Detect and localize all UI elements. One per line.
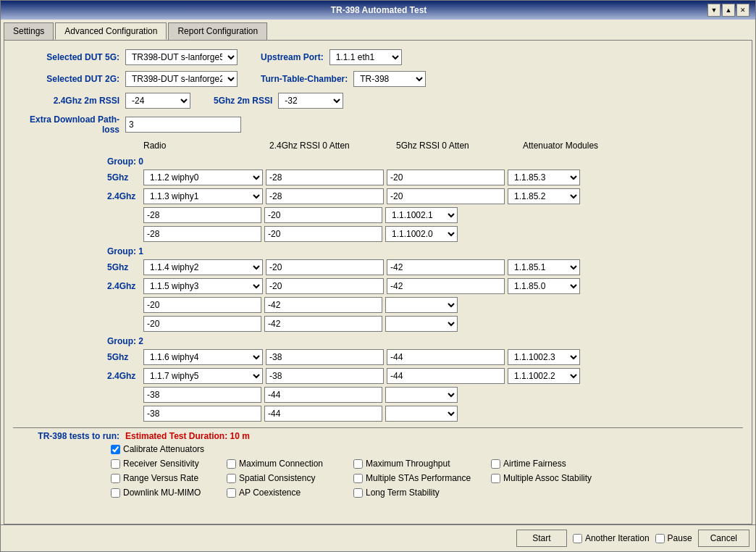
range-versus-rate-checkbox[interactable] bbox=[111, 474, 120, 483]
long-term-stability-checkbox[interactable] bbox=[353, 488, 363, 498]
multiple-stas-label[interactable]: Multiple STAs Performance bbox=[366, 473, 471, 483]
airtime-fairness-checkbox[interactable] bbox=[491, 459, 500, 469]
rssi5-input-2-1[interactable] bbox=[387, 368, 505, 384]
close-button[interactable]: ✕ bbox=[736, 4, 749, 17]
header-atten-modules: Attenuator Modules bbox=[523, 141, 610, 151]
rssi24-input-2-0[interactable] bbox=[266, 349, 384, 365]
rssi24-input-2-2[interactable] bbox=[143, 387, 261, 403]
pause-label[interactable]: Pause bbox=[668, 533, 692, 543]
range-versus-rate-label[interactable]: Range Versus Rate bbox=[123, 473, 198, 483]
rssi5-input-2-3[interactable] bbox=[264, 406, 382, 422]
rssi24-input-2-1[interactable] bbox=[266, 368, 384, 384]
rssi24-input-0-0[interactable] bbox=[266, 170, 384, 185]
radio-select-0-0[interactable]: 1.1.2 wiphy0 bbox=[143, 170, 263, 185]
multiple-stas-checkbox[interactable] bbox=[353, 474, 363, 483]
ap-coexistence-label[interactable]: AP Coexistence bbox=[239, 488, 301, 498]
atten-module-select-0-3[interactable]: 1.1.1002.0 bbox=[385, 226, 458, 242]
cb-multiple-assoc: Multiple Assoc Stability bbox=[491, 473, 629, 483]
another-iteration-checkbox[interactable] bbox=[573, 534, 582, 543]
atten-module-select-2-1[interactable]: 1.1.1002.2 bbox=[508, 368, 580, 384]
rssi24-input-1-1[interactable] bbox=[266, 278, 384, 294]
spatial-consistency-label[interactable]: Spatial Consistency bbox=[239, 473, 315, 483]
atten-module-select-0-2[interactable]: 1.1.1002.1 bbox=[385, 207, 458, 223]
maximum-throughput-checkbox[interactable] bbox=[353, 459, 363, 469]
calibrate-checkbox[interactable] bbox=[111, 445, 120, 454]
rssi5-input-1-3[interactable] bbox=[264, 316, 382, 332]
rssi5-input-1-2[interactable] bbox=[264, 297, 382, 313]
test-run-row: TR-398 tests to run: Estimated Test Dura… bbox=[13, 431, 743, 441]
tab-settings[interactable]: Settings bbox=[4, 22, 54, 40]
maximum-connection-checkbox[interactable] bbox=[227, 459, 236, 469]
maximum-connection-label[interactable]: Maximum Connection bbox=[239, 459, 323, 469]
receiver-sensitivity-checkbox[interactable] bbox=[111, 459, 120, 469]
rssi-2g-select[interactable]: -24 -28 -32 bbox=[125, 93, 190, 109]
minimize-button[interactable]: ▼ bbox=[707, 4, 721, 17]
upstream-port-label: Upstream Port: bbox=[261, 52, 324, 62]
restore-button[interactable]: ▲ bbox=[722, 4, 735, 17]
radio-select-1-0[interactable]: 1.1.4 wiphy2 bbox=[143, 259, 263, 275]
window-controls: ▼ ▲ ✕ bbox=[707, 4, 749, 17]
tab-report-config[interactable]: Report Configuration bbox=[168, 22, 267, 40]
radio-select-2-0[interactable]: 1.1.6 wiphy4 bbox=[143, 349, 263, 365]
group1-row4 bbox=[143, 316, 743, 332]
rssi-5g-select[interactable]: -32 -28 -24 bbox=[278, 93, 343, 109]
airtime-fairness-label[interactable]: Airtime Fairness bbox=[503, 459, 566, 469]
window-title: TR-398 Automated Test bbox=[50, 5, 707, 15]
rssi5-input-0-1[interactable] bbox=[387, 188, 505, 204]
atten-module-select-0-0[interactable]: 1.1.85.3 bbox=[508, 170, 580, 185]
multiple-assoc-label[interactable]: Multiple Assoc Stability bbox=[503, 473, 592, 483]
cancel-button[interactable]: Cancel bbox=[698, 530, 749, 547]
group0-row1: 5Ghz 1.1.2 wiphy0 1.1.85.3 bbox=[107, 170, 743, 185]
rssi24-input-2-3[interactable] bbox=[143, 406, 261, 422]
pause-group: Pause bbox=[655, 533, 692, 543]
atten-module-select-2-2[interactable] bbox=[385, 387, 458, 403]
atten-module-select-0-1[interactable]: 1.1.85.2 bbox=[508, 188, 580, 204]
turn-table-select[interactable]: TR-398 None bbox=[353, 71, 426, 87]
pause-checkbox[interactable] bbox=[655, 534, 665, 543]
dut-5g-select[interactable]: TR398-DUT s-lanforge5 TR398-DUT s-lanfor… bbox=[125, 49, 238, 65]
cb-downlink-mu-mimo: Downlink MU-MIMO bbox=[111, 488, 227, 498]
group0-row3: 1.1.1002.1 bbox=[143, 207, 743, 223]
rssi24-input-1-2[interactable] bbox=[143, 297, 261, 313]
atten-module-select-2-3[interactable] bbox=[385, 406, 458, 422]
rssi5-input-1-1[interactable] bbox=[387, 278, 505, 294]
group2-row1: 5Ghz 1.1.6 wiphy4 1.1.1002.3 bbox=[107, 349, 743, 365]
receiver-sensitivity-label[interactable]: Receiver Sensitivity bbox=[123, 459, 199, 469]
rssi24-input-0-1[interactable] bbox=[266, 188, 384, 204]
rssi24-input-1-0[interactable] bbox=[266, 259, 384, 275]
calibrate-label[interactable]: Calibrate Attenuators bbox=[123, 444, 204, 454]
atten-module-select-1-0[interactable]: 1.1.85.1 bbox=[508, 259, 580, 275]
rssi5-input-0-0[interactable] bbox=[387, 170, 505, 185]
radio-select-1-1[interactable]: 1.1.5 wiphy3 bbox=[143, 278, 263, 294]
rssi5-input-2-2[interactable] bbox=[264, 387, 382, 403]
dut-2g-select[interactable]: TR398-DUT s-lanforge2 TR398-DUT s-lanfor… bbox=[125, 71, 238, 87]
rssi24-input-1-3[interactable] bbox=[143, 316, 261, 332]
atten-module-select-1-3[interactable] bbox=[385, 316, 458, 332]
rssi5-input-2-0[interactable] bbox=[387, 349, 505, 365]
group-0-label: Group: 0 bbox=[107, 156, 743, 167]
rssi24-input-0-2[interactable] bbox=[143, 207, 261, 223]
group1-row2: 2.4Ghz 1.1.5 wiphy3 1.1.85.0 bbox=[107, 278, 743, 294]
tab-advanced-config[interactable]: Advanced Configuration bbox=[55, 22, 167, 40]
another-iteration-label[interactable]: Another Iteration bbox=[585, 533, 650, 543]
rssi5-input-0-2[interactable] bbox=[264, 207, 382, 223]
atten-module-select-1-2[interactable] bbox=[385, 297, 458, 313]
downlink-mu-mimo-label[interactable]: Downlink MU-MIMO bbox=[123, 488, 201, 498]
atten-module-select-1-1[interactable]: 1.1.85.0 bbox=[508, 278, 580, 294]
rssi5-input-1-0[interactable] bbox=[387, 259, 505, 275]
start-button[interactable]: Start bbox=[516, 530, 567, 547]
atten-module-select-2-0[interactable]: 1.1.1002.3 bbox=[508, 349, 580, 365]
upstream-port-select[interactable]: 1.1.1 eth1 1.1.1 eth2 bbox=[329, 49, 402, 65]
long-term-stability-label[interactable]: Long Term Stability bbox=[366, 488, 440, 498]
ap-coexistence-checkbox[interactable] bbox=[227, 488, 236, 498]
rssi5-input-0-3[interactable] bbox=[264, 226, 382, 242]
radio-select-0-1[interactable]: 1.1.3 wiphy1 bbox=[143, 188, 263, 204]
group2-row4 bbox=[143, 406, 743, 422]
pathloss-input[interactable] bbox=[125, 117, 241, 133]
rssi24-input-0-3[interactable] bbox=[143, 226, 261, 242]
spatial-consistency-checkbox[interactable] bbox=[227, 474, 236, 483]
downlink-mu-mimo-checkbox[interactable] bbox=[111, 488, 120, 498]
multiple-assoc-checkbox[interactable] bbox=[491, 474, 500, 483]
radio-select-2-1[interactable]: 1.1.7 wiphy5 bbox=[143, 368, 263, 384]
maximum-throughput-label[interactable]: Maximum Throughput bbox=[366, 459, 450, 469]
